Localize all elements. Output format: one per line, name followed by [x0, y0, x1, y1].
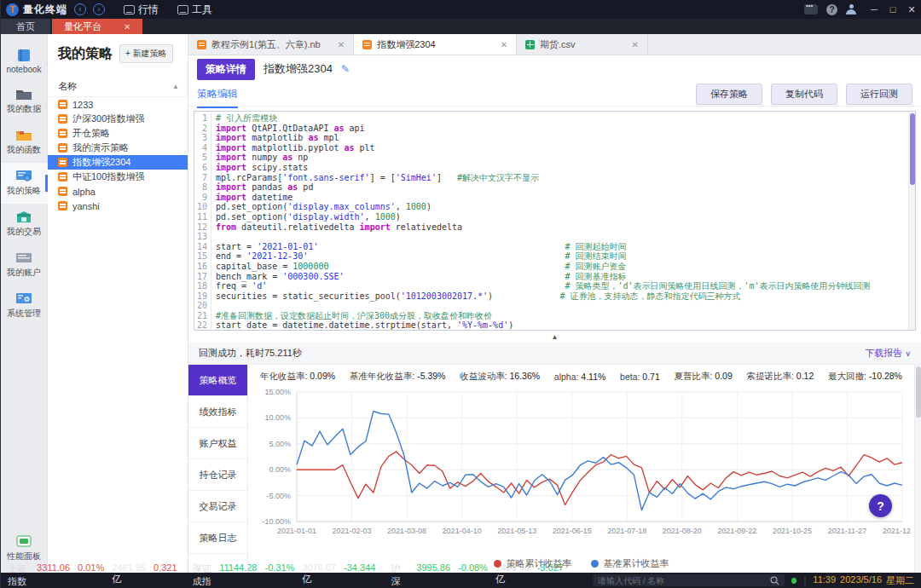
- strategy-list-item[interactable]: 中证100指数增强: [48, 170, 188, 184]
- trading-icon: [14, 210, 33, 223]
- sort-asc-icon[interactable]: ▲: [172, 83, 179, 90]
- collapse-editor-toggle[interactable]: ▲: [188, 331, 921, 343]
- close-icon[interactable]: ✕: [338, 40, 345, 49]
- tab-quant-platform[interactable]: 量化平台 ✕: [52, 19, 142, 34]
- code-line[interactable]: 22start_date = datetime.datetime.strptim…: [194, 320, 908, 330]
- tools-icon: [177, 5, 188, 14]
- doc-tab-strategy[interactable]: 指数增强2304 ✕: [354, 34, 517, 55]
- result-tab-1[interactable]: 绩效指标: [188, 396, 247, 428]
- code-line[interactable]: 13: [194, 232, 908, 242]
- strategy-list-item[interactable]: 沪深300指数增强: [48, 112, 188, 126]
- result-tab-3[interactable]: 持仓记录: [188, 459, 247, 491]
- sidebar-item-my-trading[interactable]: 我的交易: [1, 204, 48, 245]
- minimize-button[interactable]: ─: [865, 4, 883, 14]
- result-tab-4[interactable]: 交易记录: [188, 491, 247, 522]
- help-fab-button[interactable]: ?: [869, 494, 892, 517]
- results-scrollbar[interactable]: [914, 365, 921, 573]
- forward-icon[interactable]: ›: [93, 3, 105, 15]
- code-line[interactable]: 12from dateutil.relativedelta import rel…: [194, 222, 908, 233]
- doc-tab-futures-csv[interactable]: 期货.csv ✕: [517, 34, 648, 55]
- sidebar-item-my-strategies[interactable]: 我的策略: [1, 163, 48, 204]
- new-strategy-button[interactable]: + 新建策略: [119, 44, 173, 63]
- code-editor[interactable]: 1# 引入所需模块2import QtAPI.QtDataAPI as api3…: [194, 111, 916, 331]
- download-report-button[interactable]: 下载报告 ∨: [865, 347, 911, 360]
- scrollbar-thumb[interactable]: [910, 113, 915, 185]
- backtest-status: 回测成功，耗时75.211秒: [199, 347, 302, 360]
- code-line[interactable]: 2import QtAPI.QtDataAPI as api: [194, 124, 908, 134]
- save-strategy-button[interactable]: 保存策略: [696, 84, 762, 105]
- code-line[interactable]: 6import scipy.stats: [194, 163, 908, 173]
- close-button[interactable]: ✕: [902, 4, 921, 15]
- code-line[interactable]: 15end = '2021-12-30' # 回测结束时间: [194, 251, 908, 262]
- code-line[interactable]: 21#准备回测数据，设定数据起止时间，沪深300成分股，取收盘价和昨收价: [194, 311, 908, 321]
- code-line[interactable]: 14start = '2021-01-01' # 回测起始时间: [194, 242, 908, 252]
- strategy-file-icon: [58, 201, 67, 210]
- run-backtest-button[interactable]: 运行回测: [846, 84, 912, 105]
- sidebar-item-notebook[interactable]: notebook: [1, 43, 48, 81]
- code-line[interactable]: 3import matplotlib as mpl: [194, 133, 908, 143]
- code-lines[interactable]: 1# 引入所需模块2import QtAPI.QtDataAPI as api3…: [194, 112, 908, 330]
- tab-home[interactable]: 首页: [1, 19, 50, 34]
- scrollbar-thumb[interactable]: [916, 366, 921, 418]
- maximize-button[interactable]: □: [883, 4, 902, 14]
- strategy-list-item[interactable]: 开仓策略: [48, 126, 188, 141]
- result-tab-5[interactable]: 策略日志: [188, 522, 247, 554]
- back-icon[interactable]: ‹: [74, 3, 86, 15]
- close-tab-icon[interactable]: ✕: [124, 22, 130, 32]
- code-line[interactable]: 11pd.set_option('display.width', 1000): [194, 212, 908, 222]
- result-tab-0[interactable]: 策略概览: [188, 365, 247, 396]
- legend-item[interactable]: 基准累计收益率: [591, 557, 669, 570]
- tab-strategy-edit[interactable]: 策略编辑: [197, 87, 238, 108]
- strategy-name-label: 1233: [72, 100, 93, 110]
- strategy-file-icon: [58, 100, 67, 109]
- help-icon[interactable]: ?: [826, 4, 837, 15]
- menu-market[interactable]: 行情: [124, 3, 159, 17]
- close-icon[interactable]: ✕: [632, 40, 639, 49]
- line-number: 1: [194, 113, 211, 124]
- strategy-name-label: 沪深300指数增强: [72, 112, 144, 125]
- menu-tools[interactable]: 工具: [177, 3, 212, 17]
- code-line[interactable]: 17bench_mark = '000300.SSE' # 回测基准指标: [194, 272, 908, 282]
- symbol-search[interactable]: [593, 574, 785, 586]
- code-line[interactable]: 18freq = 'd' # 策略类型，'d'表示日间策略使用日线回测，'m'表…: [194, 281, 908, 291]
- code-line[interactable]: 8import pandas as pd: [194, 182, 908, 193]
- user-icon[interactable]: [846, 4, 856, 14]
- strategy-list-item[interactable]: 1233: [48, 97, 188, 112]
- strategy-list-item[interactable]: 我的演示策略: [48, 141, 188, 155]
- sidebar-item-performance-panel[interactable]: 性能面板: [1, 528, 48, 569]
- code-line[interactable]: 9import datetime: [194, 193, 908, 203]
- close-icon[interactable]: ✕: [501, 40, 507, 49]
- strategy-list-item[interactable]: alpha: [48, 184, 188, 199]
- sidebar-item-my-functions[interactable]: 我的函数: [1, 122, 48, 163]
- collapse-arrow-icon[interactable]: ▲: [552, 333, 559, 341]
- strategy-list-item[interactable]: 指数增强2304: [48, 155, 188, 170]
- sidebar-item-my-account[interactable]: 我的账户: [1, 245, 48, 285]
- search-icon[interactable]: [770, 576, 779, 585]
- code-line[interactable]: 4import matplotlib.pyplot as plt: [194, 143, 908, 153]
- document-tabs: 教程示例1(第五、六章).nb ✕ 指数增强2304 ✕ 期货.csv ✕: [188, 34, 921, 55]
- doc-tab-tutorial[interactable]: 教程示例1(第五、六章).nb ✕: [188, 34, 354, 55]
- editor-scrollbar[interactable]: [908, 112, 915, 330]
- edit-name-icon[interactable]: ✎: [341, 63, 350, 75]
- strategy-list-item[interactable]: yanshi: [48, 199, 188, 213]
- code-line[interactable]: 5import numpy as np: [194, 153, 908, 163]
- result-tab-2[interactable]: 账户权益: [188, 428, 247, 459]
- legend-label: 策略累计收益率: [507, 557, 572, 570]
- search-input[interactable]: [598, 576, 765, 585]
- legend-item[interactable]: 策略累计收益率: [494, 557, 572, 570]
- chat-icon[interactable]: [804, 4, 818, 14]
- sidebar-item-system-admin[interactable]: 系统管理: [1, 285, 48, 326]
- sidebar-item-my-data[interactable]: 我的数据: [1, 81, 48, 122]
- strategy-name-label: yanshi: [72, 201, 100, 211]
- copy-code-button[interactable]: 复制代码: [771, 84, 837, 105]
- notebook-file-icon: [362, 40, 372, 49]
- code-line[interactable]: 7mpl.rcParams['font.sans-serif'] = ['Sim…: [194, 173, 908, 183]
- list-column-header[interactable]: 名称 ▲: [48, 72, 188, 97]
- code-line[interactable]: 20: [194, 301, 908, 311]
- clock: 11:39 2023/5/16 星期二: [813, 574, 914, 587]
- code-line[interactable]: 10pd.set_option('display.max_columns', 1…: [194, 202, 908, 212]
- code-line[interactable]: 16capital_base = 1000000 # 回测账户资金: [194, 262, 908, 272]
- code-line[interactable]: 19securities = static_securities_pool('1…: [194, 291, 908, 302]
- performance-panel-icon: [14, 534, 33, 548]
- code-line[interactable]: 1# 引入所需模块: [194, 113, 908, 124]
